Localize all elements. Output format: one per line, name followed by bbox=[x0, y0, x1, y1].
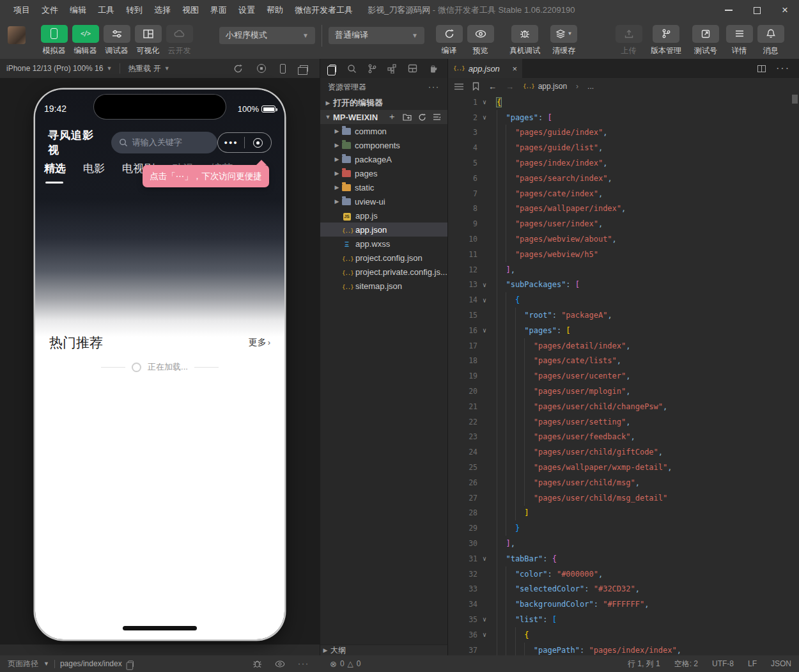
nav-forward-icon[interactable]: → bbox=[506, 82, 514, 91]
fold-chevron-icon[interactable]: ∨ bbox=[477, 98, 492, 105]
tree-item[interactable]: ▶static bbox=[320, 180, 447, 194]
minimize-button[interactable] bbox=[715, 0, 743, 20]
menu-item[interactable]: 工具 bbox=[92, 0, 120, 20]
encoding[interactable]: UTF-8 bbox=[712, 659, 734, 668]
code-line[interactable]: 33"selectedColor": "#32CD32", bbox=[448, 582, 799, 597]
close-button[interactable]: × bbox=[771, 0, 799, 20]
eol[interactable]: LF bbox=[748, 659, 757, 668]
code-line[interactable]: 21"pages/user/child/changePsw", bbox=[448, 399, 799, 414]
problems-indicator[interactable]: ⊗0 △0 bbox=[320, 659, 361, 669]
preview-button[interactable]: 预览 bbox=[465, 25, 496, 56]
code-line[interactable]: 7"pages/cate/index", bbox=[448, 186, 799, 201]
code-line[interactable]: 25"pages/wallpaper/wxmp-detail", bbox=[448, 460, 799, 475]
fold-chevron-icon[interactable]: ∨ bbox=[477, 555, 492, 562]
code-line[interactable]: 17"pages/detail/index", bbox=[448, 338, 799, 354]
menu-item[interactable]: 文件 bbox=[36, 0, 64, 20]
code-line[interactable]: 6"pages/search/index", bbox=[448, 171, 799, 186]
test-account-button[interactable]: 测试号 bbox=[688, 25, 724, 56]
tree-item[interactable]: ▶components bbox=[320, 138, 447, 152]
refresh-icon[interactable] bbox=[418, 113, 426, 121]
copy-icon[interactable] bbox=[128, 660, 134, 667]
upload-button[interactable]: 上传 bbox=[613, 25, 644, 56]
tree-item[interactable]: ▶uview-ui bbox=[320, 194, 447, 208]
collapse-all-icon[interactable] bbox=[433, 113, 441, 121]
editor-toggle-button[interactable]: </> 编辑器 bbox=[70, 25, 101, 56]
menu-item[interactable]: 项目 bbox=[8, 0, 36, 20]
more-actions-icon[interactable]: ··· bbox=[428, 82, 440, 91]
breadcrumb-more[interactable]: ... bbox=[587, 82, 594, 91]
tree-item[interactable]: {..}sitemap.json bbox=[320, 279, 447, 293]
bug-icon[interactable] bbox=[252, 659, 262, 668]
code-line[interactable]: 10"pages/webview/about", bbox=[448, 231, 799, 247]
language-mode[interactable]: JSON bbox=[771, 659, 791, 668]
editor-scrollbar[interactable] bbox=[792, 95, 798, 104]
hot-reload-select[interactable]: 热重载 开▼ bbox=[128, 63, 169, 74]
code-line[interactable]: 29} bbox=[448, 520, 799, 536]
clear-cache-button[interactable]: ▼ 清缓存 bbox=[545, 25, 583, 56]
code-line[interactable]: 18"pages/cate/lists", bbox=[448, 354, 799, 369]
code-line[interactable]: 35∨"list": [ bbox=[448, 612, 799, 627]
tree-item[interactable]: {..}project.private.config.js... bbox=[320, 265, 447, 279]
cloud-dev-button[interactable]: 云开发 bbox=[164, 25, 195, 56]
tree-item[interactable]: ▶pages bbox=[320, 166, 447, 180]
messages-button[interactable]: 消息 bbox=[755, 25, 786, 56]
simulator-toggle-button[interactable]: 模拟器 bbox=[38, 25, 70, 56]
cursor-position[interactable]: 行 1, 列 1 bbox=[628, 659, 660, 669]
new-file-icon[interactable]: ＋ bbox=[387, 111, 396, 123]
mock-icon[interactable] bbox=[428, 65, 438, 73]
compile-mode-select[interactable]: 普通编译▼ bbox=[329, 27, 424, 44]
indent-setting[interactable]: 空格: 2 bbox=[674, 659, 698, 669]
device-debug-button[interactable]: 真机调试 bbox=[505, 25, 545, 56]
tree-item[interactable]: {..}project.config.json bbox=[320, 251, 447, 265]
code-line[interactable]: 15"root": "packageA", bbox=[448, 308, 799, 323]
code-line[interactable]: 27"pages/user/child/msg_detail" bbox=[448, 490, 799, 506]
project-root-item[interactable]: ▼ MP-WEIXIN ＋ bbox=[320, 110, 447, 124]
tree-item[interactable]: JSapp.js bbox=[320, 208, 447, 223]
details-button[interactable]: 详情 bbox=[724, 25, 755, 56]
open-editors-section[interactable]: ▶ 打开的编辑器 bbox=[320, 96, 447, 110]
outline-section[interactable]: ▶ 大纲 bbox=[320, 645, 447, 655]
code-line[interactable]: 31∨"tabBar": { bbox=[448, 551, 799, 567]
footer-more-icon[interactable]: ··· bbox=[298, 659, 309, 668]
code-line[interactable]: 23"pages/user/feedback", bbox=[448, 430, 799, 445]
code-line[interactable]: 8"pages/wallpaper/index", bbox=[448, 201, 799, 217]
tree-item[interactable]: ▶packageA bbox=[320, 152, 447, 166]
code-line[interactable]: 24"pages/user/child/giftCode", bbox=[448, 444, 799, 460]
code-line[interactable]: 22"pages/user/setting", bbox=[448, 414, 799, 430]
device-frame-icon[interactable] bbox=[280, 64, 286, 74]
fold-chevron-icon[interactable]: ∨ bbox=[477, 114, 492, 121]
code-line[interactable]: 12], bbox=[448, 262, 799, 277]
code-line[interactable]: 11"pages/webview/h5" bbox=[448, 247, 799, 262]
search-input[interactable]: 请输入关键字 bbox=[111, 132, 218, 153]
code-line[interactable]: 4"pages/guide/list", bbox=[448, 140, 799, 155]
code-line[interactable]: 3"pages/guide/index", bbox=[448, 125, 799, 141]
tree-item[interactable]: {..}app.json bbox=[320, 223, 447, 237]
visual-toggle-button[interactable]: 可视化 bbox=[132, 25, 164, 56]
page-path-value[interactable]: pages/index/index bbox=[60, 659, 122, 668]
code-line[interactable]: 16∨"pages": [ bbox=[448, 323, 799, 338]
rotate-icon[interactable] bbox=[233, 64, 243, 74]
fold-chevron-icon[interactable]: ∨ bbox=[477, 631, 492, 638]
code-line[interactable]: 20"pages/user/mplogin", bbox=[448, 384, 799, 399]
tree-item[interactable]: Ξapp.wxss bbox=[320, 237, 447, 251]
menu-item[interactable]: 转到 bbox=[120, 0, 148, 20]
menu-item[interactable]: 编辑 bbox=[64, 0, 92, 20]
files-icon[interactable] bbox=[329, 65, 336, 73]
stop-icon[interactable] bbox=[257, 64, 266, 73]
page-path-label[interactable]: 页面路径 bbox=[8, 659, 38, 669]
code-line[interactable]: 13∨"subPackages": [ bbox=[448, 277, 799, 293]
menu-item[interactable]: 设置 bbox=[233, 0, 261, 20]
menu-item[interactable]: 微信开发者工具 bbox=[289, 0, 359, 20]
outline-list-icon[interactable] bbox=[454, 83, 463, 90]
breadcrumb-file[interactable]: app.json bbox=[538, 82, 567, 91]
search-icon[interactable] bbox=[347, 64, 357, 74]
multi-window-icon[interactable] bbox=[300, 65, 308, 72]
code-line[interactable]: 26"pages/user/child/msg", bbox=[448, 475, 799, 490]
more-link[interactable]: 更多› bbox=[249, 337, 270, 348]
compile-button[interactable]: 编译 bbox=[433, 25, 465, 56]
menu-item[interactable]: 选择 bbox=[148, 0, 176, 20]
avatar[interactable] bbox=[8, 26, 26, 44]
mode-select[interactable]: 小程序模式▼ bbox=[219, 27, 315, 44]
close-tab-icon[interactable]: × bbox=[512, 64, 517, 74]
version-management-button[interactable]: 版本管理 bbox=[644, 25, 688, 56]
